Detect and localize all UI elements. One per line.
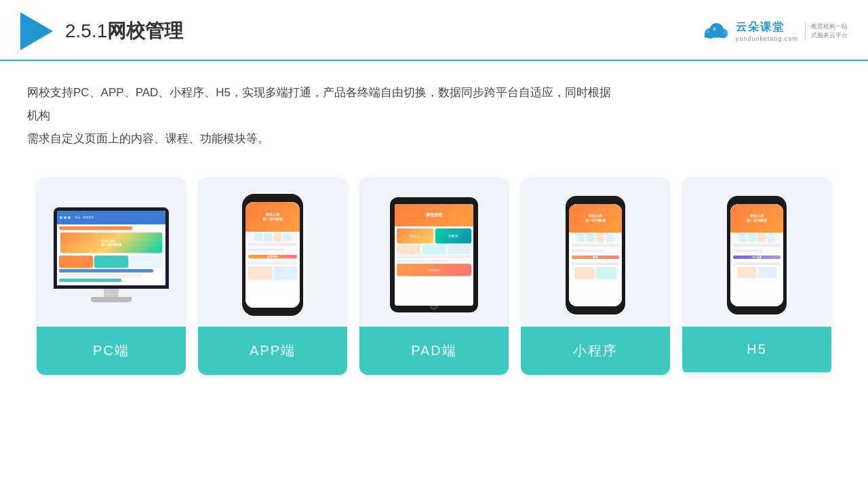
header: 2.5.1网校管理 云朵课堂 yunduoketang.com 教育机构一站 式… (0, 0, 868, 61)
header-left: 2.5.1网校管理 (20, 12, 183, 50)
h5-label: H5 (682, 327, 831, 372)
cloud-logo: 云朵课堂 yunduoketang.com 教育机构一站 式服务云平台 (699, 20, 848, 42)
play-icon (20, 12, 53, 50)
description-line1: 网校支持PC、APP、PAD、小程序、H5，实现多端打通，产品各终端自由切换，数… (27, 81, 617, 127)
miniprogram-phone-mockup: 职达人的第一堂判断课 推荐 (566, 196, 625, 314)
brand-text: 云朵课堂 yunduoketang.com (736, 20, 798, 42)
h5-image-area: 职达人的第一堂判断课 H5页面 (682, 178, 831, 327)
phone-notch (263, 197, 282, 202)
platform-cards: 云朵 - 课程管理 职达人的第一堂判断课 (0, 157, 868, 375)
cloud-icon (699, 20, 732, 42)
phone-screen: 职达人的第一堂判断课 推荐课程 (245, 202, 300, 308)
h5-card: 职达人的第一堂判断课 H5页面 (682, 178, 831, 375)
app-card: 职达人的第一堂判断课 推荐课程 (198, 178, 347, 375)
h5-screen: 职达人的第一堂判断课 H5页面 (730, 204, 783, 306)
description-text: 网校支持PC、APP、PAD、小程序、H5，实现多端打通，产品各终端自由切换，数… (0, 61, 644, 157)
miniprogram-image-area: 职达人的第一堂判断课 推荐 (521, 178, 670, 327)
tablet-screen: 课程管理 职达人 判断课 (395, 204, 473, 306)
app-phone-mockup: 职达人的第一堂判断课 推荐课程 (242, 194, 303, 316)
brand-logo: 云朵课堂 yunduoketang.com 教育机构一站 式服务云平台 (699, 20, 848, 42)
tablet-mockup: 课程管理 职达人 判断课 (390, 197, 478, 312)
miniprogram-card: 职达人的第一堂判断课 推荐 (521, 178, 670, 375)
h5-phone-mockup: 职达人的第一堂判断课 H5页面 (727, 196, 787, 314)
pc-label: PC端 (37, 327, 186, 375)
app-image-area: 职达人的第一堂判断课 推荐课程 (198, 178, 347, 327)
section-number: 2.5.1 (65, 20, 107, 41)
pc-image-area: 云朵 - 课程管理 职达人的第一堂判断课 (37, 178, 186, 327)
page-title: 2.5.1网校管理 (65, 18, 183, 44)
monitor-screen: 云朵 - 课程管理 职达人的第一堂判断课 (57, 211, 165, 285)
monitor-frame: 云朵 - 课程管理 职达人的第一堂判断课 (54, 207, 169, 289)
pad-label: PAD端 (359, 327, 509, 375)
slogan-area: 教育机构一站 式服务云平台 (805, 22, 848, 40)
phone-notch-h5 (747, 199, 766, 204)
miniprogram-label: 小程序 (521, 327, 670, 375)
app-label: APP端 (198, 327, 347, 375)
miniprogram-screen: 职达人的第一堂判断课 推荐 (569, 204, 622, 306)
phone-notch-mini (586, 199, 605, 204)
pc-mockup: 云朵 - 课程管理 职达人的第一堂判断课 (54, 207, 169, 302)
pad-card: 课程管理 职达人 判断课 (359, 178, 509, 375)
pc-card: 云朵 - 课程管理 职达人的第一堂判断课 (37, 178, 186, 375)
description-line2: 需求自定义页面上的内容、课程、功能模块等。 (27, 127, 617, 150)
pad-image-area: 课程管理 职达人 判断课 (359, 178, 509, 327)
svg-rect-3 (705, 33, 725, 37)
svg-point-4 (713, 27, 716, 30)
